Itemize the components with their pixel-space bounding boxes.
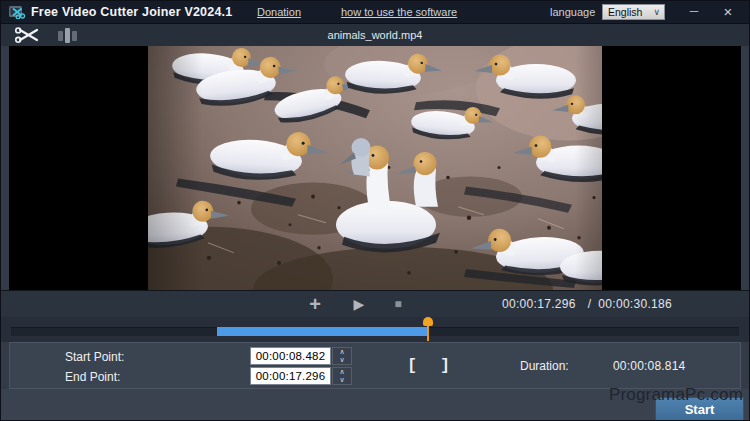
set-end-point-button[interactable]: ] (434, 354, 456, 378)
set-start-point-button[interactable]: [ (401, 354, 423, 378)
app-logo-icon (9, 4, 26, 19)
minimize-button[interactable]: ─ (681, 1, 707, 23)
end-point-input[interactable] (250, 367, 331, 385)
time-display: 00:00:17.296/00:00:30.186 (502, 291, 672, 318)
language-dropdown[interactable]: English ∨ (602, 4, 665, 20)
video-preview[interactable] (148, 46, 602, 290)
video-player-stage (9, 46, 741, 290)
current-time: 00:00:17.296 (502, 297, 576, 311)
close-button[interactable]: × (715, 1, 741, 23)
language-value: English (608, 6, 642, 18)
seek-bar-row (1, 317, 749, 342)
gannet-colony-frame (148, 46, 602, 290)
end-spin-down-icon[interactable]: ∨ (333, 376, 351, 384)
stop-button[interactable]: ■ (385, 291, 411, 318)
window-title: Free Video Cutter Joiner V2024.1 (31, 1, 232, 23)
start-point-stepper[interactable]: ∧ ∨ (332, 347, 352, 365)
play-button[interactable]: ▶ (346, 291, 372, 318)
start-spin-down-icon[interactable]: ∨ (333, 356, 351, 364)
playhead-marker[interactable] (423, 317, 433, 326)
app-window: Free Video Cutter Joiner V2024.1 Donatio… (0, 0, 750, 421)
cut-settings-panel: Start Point: ∧ ∨ End Point: ∧ ∨ [ ] Dura… (9, 342, 741, 389)
help-link[interactable]: how to use the software (341, 1, 457, 23)
duration-label: Duration: (520, 354, 569, 378)
start-point-input[interactable] (250, 347, 331, 365)
start-spin-up-icon[interactable]: ∧ (333, 348, 351, 356)
duration-value: 00:00:08.814 (613, 354, 685, 378)
start-point-label: Start Point: (65, 348, 124, 366)
selection-range-bar (217, 327, 428, 336)
end-point-label: End Point: (65, 368, 120, 386)
language-label: language (550, 1, 595, 23)
chevron-down-icon: ∨ (653, 5, 660, 19)
end-spin-up-icon[interactable]: ∧ (333, 368, 351, 376)
time-separator: / (588, 297, 592, 311)
title-bar: Free Video Cutter Joiner V2024.1 Donatio… (1, 1, 749, 23)
end-point-stepper[interactable]: ∧ ∨ (332, 367, 352, 385)
add-file-button[interactable]: + (302, 291, 328, 318)
mode-toolbar: animals_world.mp4 (1, 23, 749, 46)
total-time: 00:00:30.186 (598, 297, 672, 311)
loaded-filename: animals_world.mp4 (1, 24, 749, 47)
playback-controls: + ▶ ■ 00:00:17.296/00:00:30.186 (1, 290, 749, 317)
donation-link[interactable]: Donation (257, 1, 301, 23)
watermark-text: ProgramaPc.com (609, 385, 743, 405)
footer-bar: Start ProgramaPc.com (1, 389, 749, 421)
